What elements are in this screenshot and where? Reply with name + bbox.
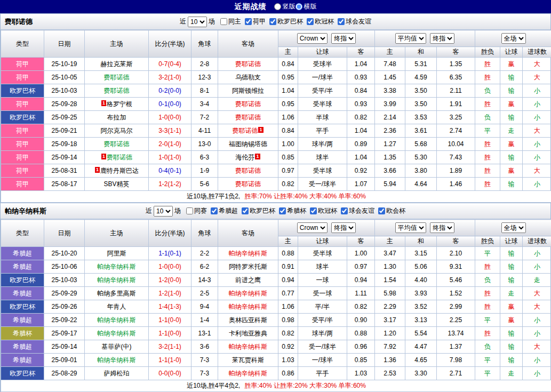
home-team-name[interactable]: SBV精英 bbox=[103, 180, 129, 188]
avg-home-cell: 3.38 bbox=[375, 84, 405, 98]
filter-checkbox-champions-league[interactable]: 欧冠杯 bbox=[303, 17, 334, 26]
away-team-name[interactable]: 奥林匹亚科斯 bbox=[229, 316, 267, 324]
bookmaker-final-select[interactable]: 终指 bbox=[331, 222, 356, 233]
average-select[interactable]: 平均值 bbox=[395, 222, 426, 233]
average-final-select[interactable]: 终指 bbox=[430, 33, 454, 44]
home-team-name[interactable]: 费耶诺德 bbox=[104, 87, 130, 94]
near-label: 近 bbox=[146, 206, 152, 215]
layout-radio-vertical[interactable]: 竖版 bbox=[274, 2, 296, 11]
filter-checkbox-label: 欧罗巴杯 bbox=[250, 206, 275, 215]
home-team-name[interactable]: 帕纳多里高斯 bbox=[98, 290, 136, 297]
home-team-name[interactable]: 年青人 bbox=[107, 303, 126, 310]
filter-checkbox-input-champions-league[interactable] bbox=[307, 18, 314, 25]
handicap-cell: 受半球 bbox=[298, 247, 347, 260]
average-select[interactable]: 平均值 bbox=[395, 33, 426, 44]
away-team-name[interactable]: 帕纳辛纳科斯 bbox=[229, 343, 267, 350]
filter-checkbox-input-club-friendly[interactable] bbox=[338, 18, 345, 25]
col-subheader-result-goals: 进球数 bbox=[523, 236, 551, 247]
away-team-name[interactable]: 海伦芬 bbox=[235, 154, 254, 161]
scope-select[interactable]: 全场 bbox=[501, 222, 526, 233]
bookmaker-select[interactable]: Crown bbox=[297, 222, 328, 233]
home-team-name[interactable]: 帕纳辛纳科斯 bbox=[98, 263, 136, 270]
league-filter-group: 同赛希腊超欧罗巴杯希腊杯欧冠杯球会友谊欧会杯 bbox=[182, 206, 405, 215]
filter-checkbox-europa-league[interactable]: 欧罗巴杯 bbox=[266, 17, 303, 26]
away-team-name[interactable]: 阿斯顿维拉 bbox=[232, 87, 264, 94]
avg-away-cell: 1.35 bbox=[437, 58, 475, 71]
filter-checkbox-greek-cup[interactable]: 希腊杯 bbox=[275, 206, 306, 215]
odds-away-cell: 1.04 bbox=[347, 151, 375, 164]
away-team-name[interactable]: 费耶诺德 bbox=[232, 127, 258, 134]
filter-checkbox-club-friendly[interactable]: 球会友谊 bbox=[337, 206, 374, 215]
filter-checkbox-same-competition[interactable]: 同赛 bbox=[182, 206, 207, 215]
away-team-name[interactable]: 帕纳辛纳科斯 bbox=[229, 303, 267, 310]
layout-radio-input-horizontal[interactable] bbox=[296, 3, 302, 10]
score-cell: 0-2(0-0) bbox=[149, 84, 191, 98]
away-team-name[interactable]: 卡利地亚雅典 bbox=[229, 330, 267, 337]
layout-radio-input-vertical[interactable] bbox=[274, 3, 281, 10]
away-team-name[interactable]: 帕纳辛纳科斯 bbox=[229, 290, 267, 297]
home-team-name[interactable]: 帕纳辛纳科斯 bbox=[98, 356, 136, 364]
away-team-cell: 费耶诺德 bbox=[218, 164, 278, 178]
home-team-name[interactable]: 阿里斯 bbox=[107, 250, 126, 257]
away-team-name[interactable]: 费耶诺德 bbox=[235, 167, 261, 174]
filter-checkbox-input-greek-super-league[interactable] bbox=[211, 207, 218, 214]
filter-checkbox-input-same-home[interactable] bbox=[220, 18, 227, 25]
home-team-name[interactable]: 布拉加 bbox=[107, 114, 126, 121]
filter-checkbox-champions-league[interactable]: 欧冠杯 bbox=[306, 206, 337, 215]
filter-checkbox-input-greek-cup[interactable] bbox=[279, 207, 286, 214]
filter-checkbox-club-friendly[interactable]: 球会友谊 bbox=[334, 17, 371, 26]
home-team-name[interactable]: 格罗宁根 bbox=[107, 100, 132, 108]
filter-checkbox-input-club-friendly[interactable] bbox=[341, 207, 348, 214]
filter-checkbox-input-conference-league[interactable] bbox=[378, 207, 385, 214]
result-goals-cell: 大 bbox=[523, 124, 551, 138]
home-team-name[interactable]: 帕纳辛纳科斯 bbox=[98, 330, 136, 337]
result-goals-cell: 小 bbox=[523, 98, 551, 111]
away-team-name[interactable]: 费耶诺德 bbox=[235, 100, 261, 108]
home-team-name[interactable]: 费耶诺德 bbox=[107, 154, 132, 161]
away-team-name[interactable]: 帕纳辛纳科斯 bbox=[229, 370, 267, 377]
result-wdl-cell: 胜 bbox=[475, 164, 500, 178]
filter-checkbox-eredivisie[interactable]: 荷甲 bbox=[241, 17, 266, 26]
away-team-name[interactable]: 乌德勒支 bbox=[235, 74, 261, 81]
filter-checkbox-greek-super-league[interactable]: 希腊超 bbox=[207, 206, 238, 215]
home-team-name[interactable]: 帕纳辛纳科斯 bbox=[98, 276, 136, 284]
avg-home-cell: 1.54 bbox=[375, 274, 405, 287]
filter-checkbox-europa-league[interactable]: 欧罗巴杯 bbox=[238, 206, 275, 215]
filter-checkbox-conference-league[interactable]: 欧会杯 bbox=[374, 206, 405, 215]
odds-away-cell: 0.96 bbox=[347, 340, 375, 354]
bookmaker-select[interactable]: Crown bbox=[297, 33, 328, 44]
filter-checkbox-input-europa-league[interactable] bbox=[269, 18, 276, 25]
scope-select[interactable]: 全场 bbox=[501, 33, 526, 44]
league-cell: 希腊超 bbox=[1, 354, 44, 367]
filter-checkbox-input-europa-league[interactable] bbox=[242, 207, 249, 214]
away-team-name[interactable]: 阿特罗米托斯 bbox=[229, 263, 267, 270]
home-team-name[interactable]: 阿尔克马尔 bbox=[101, 127, 133, 134]
home-team-name[interactable]: 费耶诺德 bbox=[104, 140, 130, 148]
away-team-name[interactable]: 费耶诺德 bbox=[235, 60, 261, 68]
away-team-name[interactable]: 前进之鹰 bbox=[235, 276, 261, 284]
home-team-name[interactable]: 鹿特丹斯巴达 bbox=[100, 167, 139, 174]
filter-checkbox-same-home[interactable]: 同主 bbox=[217, 17, 241, 26]
average-final-select[interactable]: 终指 bbox=[430, 222, 454, 233]
home-team-name[interactable]: 基菲萨(中) bbox=[102, 343, 132, 350]
home-team-cell: 费耶诺德 bbox=[85, 71, 149, 84]
bookmaker-final-select[interactable]: 终指 bbox=[331, 33, 356, 44]
home-team-name[interactable]: 帕纳辛纳科斯 bbox=[98, 316, 136, 324]
match-count-select[interactable]: 10 bbox=[154, 206, 173, 217]
home-team-name[interactable]: 赫拉克莱斯 bbox=[101, 60, 133, 68]
match-count-select[interactable]: 10 bbox=[188, 17, 207, 27]
home-team-name[interactable]: 萨姆松珀 bbox=[104, 370, 130, 377]
away-team-name[interactable]: 福图纳锡塔德 bbox=[229, 140, 267, 148]
avg-home-cell: 2.29 bbox=[375, 300, 405, 314]
away-team-name[interactable]: 帕纳辛纳科斯 bbox=[229, 250, 267, 257]
away-team-name[interactable]: 莱瓦贾科斯 bbox=[232, 356, 264, 364]
filter-checkbox-input-same-competition[interactable] bbox=[186, 207, 193, 214]
away-team-name[interactable]: 费耶诺德 bbox=[235, 180, 261, 188]
home-team-name[interactable]: 费耶诺德 bbox=[104, 74, 130, 81]
away-team-name[interactable]: 费耶诺德 bbox=[235, 114, 261, 121]
handicap-cell: 一/球半 bbox=[298, 354, 347, 367]
odds-away-cell: 0.82 bbox=[347, 111, 375, 124]
filter-checkbox-input-champions-league[interactable] bbox=[310, 207, 317, 214]
filter-checkbox-input-eredivisie[interactable] bbox=[245, 18, 252, 25]
layout-radio-horizontal[interactable]: 横版 bbox=[296, 2, 317, 11]
